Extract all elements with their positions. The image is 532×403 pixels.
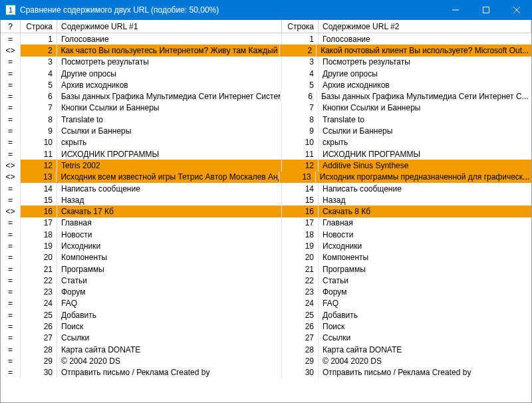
window-titlebar[interactable]: 1 Сравнение содержимого двух URL (подоби… [0, 0, 532, 20]
diff-marker: = [1, 114, 21, 125]
line-number-right: 9 [282, 125, 319, 136]
line-number-right: 13 [279, 172, 316, 183]
content-left: Скачать 17 Кб [57, 205, 282, 217]
table-row[interactable]: =26Поиск26Поиск [1, 321, 531, 332]
content-left: ИСХОДНИК ПРОГРАММЫ [57, 148, 282, 160]
table-row[interactable]: =11ИСХОДНИК ПРОГРАММЫ11ИСХОДНИК ПРОГРАММ… [1, 148, 531, 160]
diff-marker: = [1, 240, 21, 251]
line-number-right: 8 [282, 114, 319, 125]
content-left: Поиск [57, 321, 282, 332]
line-number-left: 4 [21, 68, 57, 79]
line-number-right: 18 [282, 229, 319, 240]
content-left: FAQ [57, 298, 282, 309]
content-left: Кнопки Ссылки и Баннеры [57, 102, 282, 114]
table-row[interactable]: =9Ссылки и Баннеры9Ссылки и Баннеры [1, 125, 531, 136]
maximize-button[interactable] [471, 0, 501, 20]
line-number-right: 11 [282, 148, 319, 160]
table-row[interactable]: =25Добавить25Добавить [1, 309, 531, 321]
content-right: Additive Sinus Synthese [319, 160, 531, 171]
table-row[interactable]: <>12Tetris 200212Additive Sinus Synthese [1, 160, 531, 171]
table-row[interactable]: <>2Как часто Вы пользуетесь Интернетом? … [1, 45, 531, 56]
line-number-left: 1 [21, 33, 57, 45]
line-number-right: 23 [282, 287, 319, 298]
content-right: Статьи [319, 275, 531, 286]
line-number-right: 7 [282, 102, 319, 114]
line-number-right: 2 [280, 45, 317, 56]
grid-body[interactable]: =1Голосование1Голосование<>2Как часто Вы… [1, 33, 531, 402]
table-row[interactable]: =15Назад15Назад [1, 194, 531, 205]
content-right: Базы данных Графика Мультимедиа Сети Инт… [317, 90, 531, 102]
line-number-left: 8 [21, 114, 57, 125]
table-row[interactable]: =1Голосование1Голосование [1, 33, 531, 45]
content-right: Форум [319, 287, 531, 298]
content-right: Компоненты [319, 252, 531, 263]
table-row[interactable]: =5Архив исходников5Архив исходников [1, 79, 531, 90]
minimize-button[interactable] [440, 0, 471, 20]
table-row[interactable]: =29© 2004 2020 DS29© 2004 2020 DS [1, 355, 531, 366]
line-number-right: 14 [282, 183, 319, 194]
diff-marker: <> [1, 205, 21, 217]
line-number-left: 3 [21, 57, 57, 68]
table-row[interactable]: =4Другие опросы4Другие опросы [1, 68, 531, 79]
header-line-right[interactable]: Строка [282, 20, 319, 33]
table-row[interactable]: =14Написать сообщение14Написать сообщени… [1, 183, 531, 194]
table-row[interactable]: =8Translate to8Translate to [1, 114, 531, 125]
table-row[interactable]: =27Ссылки27Ссылки [1, 333, 531, 344]
content-right: скрыть [319, 137, 531, 148]
line-number-left: 17 [21, 217, 57, 229]
content-left: Исходники [57, 240, 282, 251]
table-row[interactable]: =24FAQ24FAQ [1, 298, 531, 309]
content-right: Скачать 8 Кб [319, 205, 531, 217]
line-number-right: 25 [282, 309, 319, 321]
line-number-left: 25 [21, 309, 57, 321]
table-row[interactable]: =7Кнопки Ссылки и Баннеры7Кнопки Ссылки … [1, 102, 531, 114]
line-number-left: 24 [21, 298, 57, 309]
line-number-right: 28 [282, 344, 319, 355]
content-right: Новости [319, 229, 531, 240]
content-right: Какой почтовый клиент Вы используете? Mi… [317, 45, 531, 56]
close-button[interactable] [501, 0, 532, 20]
line-number-left: 2 [21, 45, 57, 56]
grid-header: ? Строка Содержимое URL #1 Строка Содерж… [1, 20, 531, 33]
table-row[interactable]: =28Карта сайта DONATE28Карта сайта DONAT… [1, 344, 531, 355]
table-row[interactable]: =23Форум23Форум [1, 287, 531, 298]
line-number-left: 10 [21, 137, 57, 148]
line-number-left: 23 [21, 287, 57, 298]
line-number-left: 28 [21, 344, 57, 355]
content-left: Добавить [57, 309, 282, 321]
table-row[interactable]: <>16Скачать 17 Кб16Скачать 8 Кб [1, 205, 531, 217]
diff-marker: = [1, 252, 21, 263]
table-row[interactable]: =30Отправить письмо / Реклама Created by… [1, 367, 531, 378]
diff-marker: = [1, 102, 21, 114]
header-line-left[interactable]: Строка [21, 20, 57, 33]
content-left: Архив исходников [57, 79, 282, 90]
diff-marker: = [1, 137, 21, 148]
content-right: Посмотреть результаты [319, 57, 531, 68]
table-row[interactable]: =3Посмотреть результаты3Посмотреть резул… [1, 57, 531, 68]
line-number-left: 6 [21, 90, 57, 102]
table-row[interactable]: =22Статьи22Статьи [1, 275, 531, 286]
diff-marker: = [1, 355, 21, 366]
table-row[interactable]: =10скрыть10скрыть [1, 137, 531, 148]
table-row[interactable]: =19Исходники19Исходники [1, 240, 531, 251]
content-left: Голосование [57, 33, 282, 45]
table-row[interactable]: =6Базы данных Графика Мультимедиа Сети И… [1, 90, 531, 102]
diff-marker: = [1, 321, 21, 332]
content-right: © 2004 2020 DS [319, 355, 531, 366]
line-number-left: 26 [21, 321, 57, 332]
content-right: Написать сообщение [319, 183, 531, 194]
table-row[interactable]: =17Главная17Главная [1, 217, 531, 229]
header-marker[interactable]: ? [1, 20, 21, 33]
content-left: Другие опросы [57, 68, 282, 79]
diff-marker: <> [1, 172, 21, 183]
table-row[interactable]: =20Компоненты20Компоненты [1, 252, 531, 263]
content-left: Ссылки [57, 333, 282, 344]
header-text-right[interactable]: Содержимое URL #2 [319, 20, 531, 33]
table-row[interactable]: <>13Исходник всем известной игры Тетрис … [1, 172, 531, 183]
header-text-left[interactable]: Содержимое URL #1 [57, 20, 282, 33]
content-left: Назад [57, 194, 282, 205]
content-left: Исходник всем известной игры Тетрис Авто… [57, 172, 279, 183]
table-row[interactable]: =21Программы21Программы [1, 263, 531, 275]
line-number-left: 16 [21, 205, 57, 217]
table-row[interactable]: =18Новости18Новости [1, 229, 531, 240]
